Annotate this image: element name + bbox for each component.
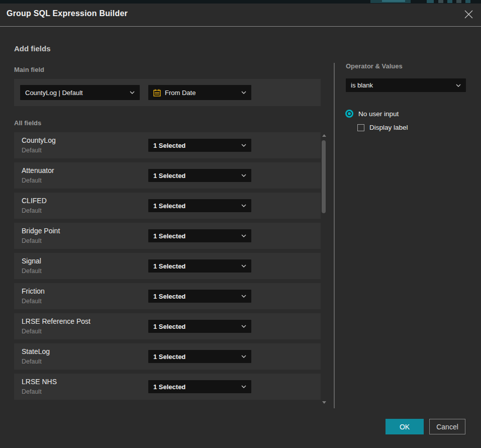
field-row: LRSE NHS Default 1 Selected [14,374,321,400]
background-sliver-mark [447,0,452,3]
background-sliver-mark [427,0,434,3]
field-subtitle: Default [22,147,42,154]
no-user-input-label: No user input [358,110,399,118]
field-selected-value: 1 Selected [153,323,185,330]
add-fields-heading: Add fields [14,44,51,53]
field-subtitle: Default [22,207,42,214]
ok-button[interactable]: OK [386,419,424,434]
all-fields-label: All fields [14,119,41,127]
field-selected-dropdown[interactable]: 1 Selected [148,290,251,303]
field-row: Friction Default 1 Selected [14,283,321,309]
field-name: Friction [22,287,45,295]
field-name: CountyLog [22,136,56,144]
field-subtitle: Default [22,177,42,184]
main-field-label: Main field [14,66,44,73]
field-name: Attenuator [22,166,54,174]
field-row: LRSE Reference Post Default 1 Selected [14,313,321,339]
background-sliver-text [382,0,405,2]
field-selected-dropdown[interactable]: 1 Selected [148,169,251,182]
field-subtitle: Default [22,237,42,244]
field-selected-value: 1 Selected [153,353,185,361]
all-fields-scrollbar[interactable] [321,132,327,405]
no-user-input-radio[interactable]: No user input [345,110,399,118]
dialog-header: Group SQL Expression Builder [0,4,481,27]
close-button[interactable] [463,10,474,21]
chevron-down-icon [241,144,246,147]
field-subtitle: Default [22,388,42,395]
background-sliver-mark [465,0,470,3]
field-row: CLIFED Default 1 Selected [14,193,321,219]
all-fields-list: CountyLog Default 1 Selected Attenuator … [14,132,321,400]
chevron-down-icon [241,204,246,207]
field-subtitle: Default [22,358,42,365]
field-selected-value: 1 Selected [153,293,185,300]
field-row: StateLog Default 1 Selected [14,343,321,370]
chevron-down-icon [241,385,246,388]
field-name: LRSE Reference Post [22,317,90,325]
field-selected-dropdown[interactable]: 1 Selected [148,320,251,333]
field-selected-dropdown[interactable]: 1 Selected [148,259,251,273]
field-name: CLIFED [22,197,47,205]
radio-selected-icon [345,110,353,118]
chevron-down-icon [241,234,246,237]
chevron-down-icon [130,91,135,94]
chevron-down-icon [241,174,246,177]
field-name: LRSE NHS [22,378,57,386]
chevron-down-icon [456,84,461,87]
field-selected-dropdown[interactable]: 1 Selected [148,229,251,242]
field-name: StateLog [22,347,50,355]
field-row: Bridge Point Default 1 Selected [14,223,321,249]
field-row: CountyLog Default 1 Selected [14,132,321,158]
checkbox-unchecked-icon [357,124,364,131]
field-selected-dropdown[interactable]: 1 Selected [148,350,251,363]
field-subtitle: Default [22,298,42,305]
background-sliver-mark [438,0,443,3]
chevron-down-icon [241,264,246,267]
main-field-source-dropdown[interactable]: CountyLog | Default [20,85,140,100]
scroll-up-icon[interactable] [322,134,326,137]
operator-dropdown[interactable]: is blank [346,78,466,92]
chevron-down-icon [241,325,246,328]
field-selected-dropdown[interactable]: 1 Selected [148,199,251,212]
operator-values-heading: Operator & Values [346,62,403,70]
cancel-button[interactable]: Cancel [429,419,465,434]
field-selected-value: 1 Selected [153,142,185,149]
field-subtitle: Default [22,267,42,275]
background-sliver-mark [456,0,461,3]
field-selected-value: 1 Selected [153,172,185,180]
dialog-title: Group SQL Expression Builder [7,9,128,18]
operator-value: is blank [351,81,373,89]
x-icon [464,10,473,21]
scroll-down-icon[interactable] [322,401,326,404]
field-row: Attenuator Default 1 Selected [14,162,321,189]
scrollbar-thumb[interactable] [322,140,326,213]
chevron-down-icon [241,91,246,94]
field-selected-value: 1 Selected [153,202,185,210]
field-row: Signal Default 1 Selected [14,253,321,279]
field-selected-dropdown[interactable]: 1 Selected [148,380,251,393]
display-label-label: Display label [369,124,408,131]
field-selected-value: 1 Selected [153,262,185,270]
vertical-divider [334,63,335,408]
field-name: Bridge Point [22,227,60,235]
main-field-field-dropdown[interactable]: From Date [148,85,251,100]
calendar-icon [153,89,161,97]
main-field-source-value: CountyLog | Default [25,89,83,97]
chevron-down-icon [241,295,246,298]
field-subtitle: Default [22,328,42,335]
field-selected-value: 1 Selected [153,232,185,240]
field-name: Signal [22,257,41,265]
main-field-field-value: From Date [165,89,196,97]
chevron-down-icon [241,355,246,358]
field-selected-value: 1 Selected [153,383,185,391]
background-app-sliver [0,0,481,4]
field-selected-dropdown[interactable]: 1 Selected [148,139,251,152]
display-label-checkbox[interactable]: Display label [357,124,408,131]
main-field-panel: CountyLog | Default From Date [14,79,321,106]
group-sql-expression-builder-dialog: Group SQL Expression Builder Add fields … [0,4,481,448]
